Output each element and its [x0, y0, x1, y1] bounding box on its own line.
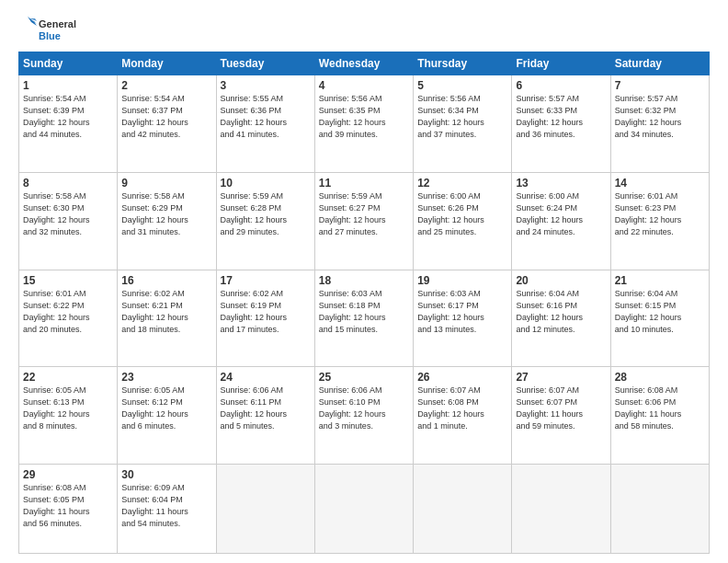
day-number: 9: [121, 177, 211, 190]
calendar-cell: 9Sunrise: 5:58 AM Sunset: 6:29 PM Daylig…: [118, 172, 216, 270]
logo-blue: Blue: [39, 30, 76, 42]
day-info: Sunrise: 6:02 AM Sunset: 6:21 PM Dayligh…: [121, 288, 211, 336]
day-info: Sunrise: 5:54 AM Sunset: 6:37 PM Dayligh…: [121, 93, 211, 141]
weekday-monday: Monday: [118, 52, 216, 75]
calendar-row-1: 1Sunrise: 5:54 AM Sunset: 6:39 PM Daylig…: [19, 75, 710, 173]
logo-general: General: [39, 18, 76, 30]
calendar-cell: [610, 465, 709, 554]
calendar-row-3: 15Sunrise: 6:01 AM Sunset: 6:22 PM Dayli…: [19, 270, 710, 367]
svg-marker-0: [28, 17, 37, 26]
day-number: 29: [23, 468, 113, 481]
day-info: Sunrise: 5:57 AM Sunset: 6:32 PM Dayligh…: [615, 93, 705, 141]
calendar-cell: 22Sunrise: 6:05 AM Sunset: 6:13 PM Dayli…: [19, 367, 118, 465]
day-number: 11: [319, 177, 409, 190]
calendar-cell: 10Sunrise: 5:59 AM Sunset: 6:28 PM Dayli…: [216, 172, 314, 270]
day-number: 14: [615, 177, 705, 190]
day-number: 19: [417, 274, 507, 287]
day-number: 28: [615, 371, 705, 384]
logo: General Blue: [18, 17, 76, 44]
calendar-cell: 17Sunrise: 6:02 AM Sunset: 6:19 PM Dayli…: [216, 270, 314, 367]
day-info: Sunrise: 6:08 AM Sunset: 6:05 PM Dayligh…: [23, 482, 113, 530]
day-info: Sunrise: 5:58 AM Sunset: 6:29 PM Dayligh…: [121, 190, 211, 238]
weekday-tuesday: Tuesday: [216, 52, 314, 75]
day-number: 24: [221, 371, 311, 384]
day-number: 3: [221, 79, 311, 92]
day-info: Sunrise: 6:01 AM Sunset: 6:23 PM Dayligh…: [615, 190, 705, 238]
day-info: Sunrise: 5:57 AM Sunset: 6:33 PM Dayligh…: [516, 93, 606, 141]
day-number: 7: [615, 79, 705, 92]
calendar-cell: 13Sunrise: 6:00 AM Sunset: 6:24 PM Dayli…: [512, 172, 610, 270]
day-info: Sunrise: 6:06 AM Sunset: 6:10 PM Dayligh…: [319, 385, 409, 432]
calendar-cell: 11Sunrise: 5:59 AM Sunset: 6:27 PM Dayli…: [314, 172, 413, 270]
day-number: 8: [23, 177, 113, 190]
day-info: Sunrise: 6:03 AM Sunset: 6:17 PM Dayligh…: [417, 288, 507, 336]
day-number: 25: [319, 371, 409, 384]
day-info: Sunrise: 5:56 AM Sunset: 6:34 PM Dayligh…: [417, 93, 507, 141]
day-info: Sunrise: 6:02 AM Sunset: 6:19 PM Dayligh…: [221, 288, 311, 336]
calendar-cell: 12Sunrise: 6:00 AM Sunset: 6:26 PM Dayli…: [414, 172, 512, 270]
day-info: Sunrise: 6:04 AM Sunset: 6:15 PM Dayligh…: [615, 288, 705, 336]
calendar-row-2: 8Sunrise: 5:58 AM Sunset: 6:30 PM Daylig…: [19, 172, 710, 270]
day-number: 16: [121, 274, 211, 287]
day-number: 12: [417, 177, 507, 190]
calendar-cell: 8Sunrise: 5:58 AM Sunset: 6:30 PM Daylig…: [19, 172, 118, 270]
day-number: 2: [121, 79, 211, 92]
day-number: 6: [516, 79, 606, 92]
logo-container: General Blue: [18, 17, 76, 44]
calendar-row-5: 29Sunrise: 6:08 AM Sunset: 6:05 PM Dayli…: [19, 465, 710, 554]
day-number: 30: [121, 468, 211, 481]
day-info: Sunrise: 6:09 AM Sunset: 6:04 PM Dayligh…: [121, 482, 211, 530]
calendar-cell: 3Sunrise: 5:55 AM Sunset: 6:36 PM Daylig…: [216, 75, 314, 173]
calendar-cell: 5Sunrise: 5:56 AM Sunset: 6:34 PM Daylig…: [414, 75, 512, 173]
calendar-cell: 18Sunrise: 6:03 AM Sunset: 6:18 PM Dayli…: [314, 270, 413, 367]
day-info: Sunrise: 6:08 AM Sunset: 6:06 PM Dayligh…: [615, 385, 705, 432]
day-info: Sunrise: 5:59 AM Sunset: 6:28 PM Dayligh…: [221, 190, 311, 238]
header: General Blue: [18, 17, 710, 44]
calendar-cell: [512, 465, 610, 554]
day-info: Sunrise: 6:07 AM Sunset: 6:08 PM Dayligh…: [417, 385, 507, 432]
day-number: 17: [221, 274, 311, 287]
calendar-cell: 26Sunrise: 6:07 AM Sunset: 6:08 PM Dayli…: [414, 367, 512, 465]
calendar-cell: 2Sunrise: 5:54 AM Sunset: 6:37 PM Daylig…: [118, 75, 216, 173]
calendar-cell: 19Sunrise: 6:03 AM Sunset: 6:17 PM Dayli…: [414, 270, 512, 367]
logo-shape-icon: [18, 17, 37, 44]
day-number: 1: [23, 79, 113, 92]
day-info: Sunrise: 6:00 AM Sunset: 6:24 PM Dayligh…: [516, 190, 606, 238]
day-info: Sunrise: 5:59 AM Sunset: 6:27 PM Dayligh…: [319, 190, 409, 238]
calendar-cell: 15Sunrise: 6:01 AM Sunset: 6:22 PM Dayli…: [19, 270, 118, 367]
day-info: Sunrise: 6:01 AM Sunset: 6:22 PM Dayligh…: [23, 288, 113, 336]
day-number: 13: [516, 177, 606, 190]
day-info: Sunrise: 6:00 AM Sunset: 6:26 PM Dayligh…: [417, 190, 507, 238]
day-info: Sunrise: 5:54 AM Sunset: 6:39 PM Dayligh…: [23, 93, 113, 141]
weekday-friday: Friday: [512, 52, 610, 75]
calendar-cell: 6Sunrise: 5:57 AM Sunset: 6:33 PM Daylig…: [512, 75, 610, 173]
weekday-thursday: Thursday: [414, 52, 512, 75]
calendar-cell: 30Sunrise: 6:09 AM Sunset: 6:04 PM Dayli…: [118, 465, 216, 554]
day-number: 21: [615, 274, 705, 287]
calendar-cell: [216, 465, 314, 554]
calendar-cell: 1Sunrise: 5:54 AM Sunset: 6:39 PM Daylig…: [19, 75, 118, 173]
calendar-cell: 28Sunrise: 6:08 AM Sunset: 6:06 PM Dayli…: [610, 367, 709, 465]
calendar-cell: [414, 465, 512, 554]
page: General Blue SundayMondayTuesdayWednesda…: [0, 0, 728, 563]
day-info: Sunrise: 5:58 AM Sunset: 6:30 PM Dayligh…: [23, 190, 113, 238]
day-number: 4: [319, 79, 409, 92]
calendar-cell: 29Sunrise: 6:08 AM Sunset: 6:05 PM Dayli…: [19, 465, 118, 554]
calendar-cell: 25Sunrise: 6:06 AM Sunset: 6:10 PM Dayli…: [314, 367, 413, 465]
weekday-header-row: SundayMondayTuesdayWednesdayThursdayFrid…: [19, 52, 710, 75]
calendar-cell: [314, 465, 413, 554]
calendar-table: SundayMondayTuesdayWednesdayThursdayFrid…: [18, 52, 710, 554]
day-number: 26: [417, 371, 507, 384]
calendar-cell: 21Sunrise: 6:04 AM Sunset: 6:15 PM Dayli…: [610, 270, 709, 367]
day-info: Sunrise: 6:03 AM Sunset: 6:18 PM Dayligh…: [319, 288, 409, 336]
calendar-cell: 14Sunrise: 6:01 AM Sunset: 6:23 PM Dayli…: [610, 172, 709, 270]
day-number: 20: [516, 274, 606, 287]
day-number: 5: [417, 79, 507, 92]
logo-text: General Blue: [39, 18, 76, 41]
day-info: Sunrise: 5:55 AM Sunset: 6:36 PM Dayligh…: [221, 93, 311, 141]
day-info: Sunrise: 6:06 AM Sunset: 6:11 PM Dayligh…: [221, 385, 311, 432]
day-number: 15: [23, 274, 113, 287]
weekday-saturday: Saturday: [610, 52, 709, 75]
day-number: 18: [319, 274, 409, 287]
calendar-cell: 4Sunrise: 5:56 AM Sunset: 6:35 PM Daylig…: [314, 75, 413, 173]
